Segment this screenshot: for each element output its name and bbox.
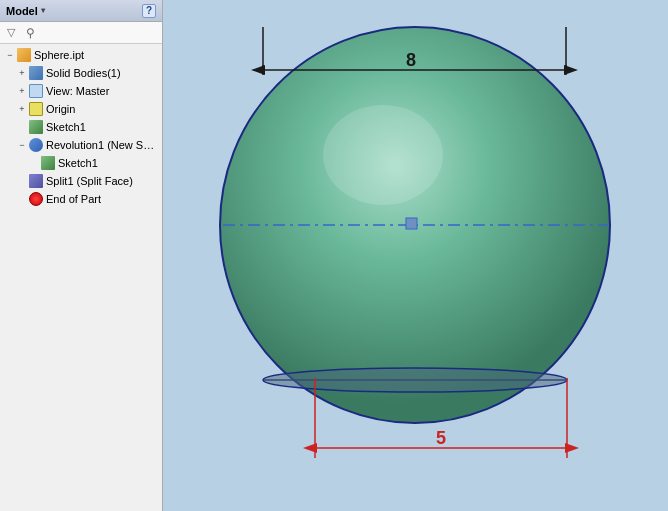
sphere-svg: 8 5 (163, 0, 668, 511)
label-sketch1-sub: Sketch1 (58, 157, 98, 169)
tree-item-view-master[interactable]: + View: Master (0, 82, 162, 100)
icon-view-master (28, 83, 44, 99)
icon-split1 (28, 173, 44, 189)
label-sketch1-top: Sketch1 (46, 121, 86, 133)
app-container: Model ▾ ? ⚲ − Sphere.ipt (0, 0, 668, 511)
icon-origin (28, 101, 44, 117)
expand-revolution1[interactable]: − (16, 139, 28, 151)
tree-item-sketch1-top[interactable]: Sketch1 (0, 118, 162, 136)
svg-text:8: 8 (406, 50, 416, 70)
expand-view-master[interactable]: + (16, 85, 28, 97)
model-label: Model (6, 5, 38, 17)
expand-sketch1-top (16, 121, 28, 133)
tree-item-end-of-part[interactable]: End of Part (0, 190, 162, 208)
search-icon-shape: ⚲ (26, 26, 35, 40)
label-split1: Split1 (Split Face) (46, 175, 133, 187)
expand-sketch1-sub (28, 157, 40, 169)
tree-item-solid-bodies[interactable]: + Solid Bodies(1) (0, 64, 162, 82)
label-end-of-part: End of Part (46, 193, 101, 205)
label-revolution1: Revolution1 (New S… (46, 139, 154, 151)
svg-point-23 (323, 105, 443, 205)
expand-origin[interactable]: + (16, 103, 28, 115)
tree-item-revolution1[interactable]: − Revolution1 (New S… (0, 136, 162, 154)
filter-icon[interactable] (4, 26, 18, 40)
svg-text:5: 5 (436, 428, 446, 448)
label-solid-bodies: Solid Bodies(1) (46, 67, 121, 79)
tree-item-split1[interactable]: Split1 (Split Face) (0, 172, 162, 190)
svg-rect-5 (406, 218, 417, 229)
tree-item-sketch1-sub[interactable]: Sketch1 (0, 154, 162, 172)
sidebar-title-bar: Model ▾ ? (0, 0, 162, 22)
label-view-master: View: Master (46, 85, 109, 97)
icon-solid-bodies (28, 65, 44, 81)
tree-item-origin[interactable]: + Origin (0, 100, 162, 118)
dropdown-arrow-icon[interactable]: ▾ (41, 6, 45, 15)
sidebar-tree: − Sphere.ipt + Solid Bodies(1) + View: M… (0, 44, 162, 511)
icon-revolution1 (28, 137, 44, 153)
sidebar: Model ▾ ? ⚲ − Sphere.ipt (0, 0, 163, 511)
sidebar-title-text: Model ▾ (6, 5, 45, 17)
search-icon[interactable]: ⚲ (22, 25, 38, 41)
expand-end-of-part (16, 193, 28, 205)
label-sphere-ipt: Sphere.ipt (34, 49, 84, 61)
icon-sketch1-top (28, 119, 44, 135)
help-button[interactable]: ? (142, 4, 156, 18)
viewport[interactable]: 8 5 (163, 0, 668, 511)
main-area: Model ▾ ? ⚲ − Sphere.ipt (0, 0, 668, 511)
sidebar-toolbar: ⚲ (0, 22, 162, 44)
expand-sphere-ipt[interactable]: − (4, 49, 16, 61)
label-origin: Origin (46, 103, 75, 115)
icon-sphere-ipt (16, 47, 32, 63)
expand-split1 (16, 175, 28, 187)
tree-item-sphere-ipt[interactable]: − Sphere.ipt (0, 46, 162, 64)
expand-solid-bodies[interactable]: + (16, 67, 28, 79)
icon-end-of-part (28, 191, 44, 207)
icon-sketch1-sub (40, 155, 56, 171)
